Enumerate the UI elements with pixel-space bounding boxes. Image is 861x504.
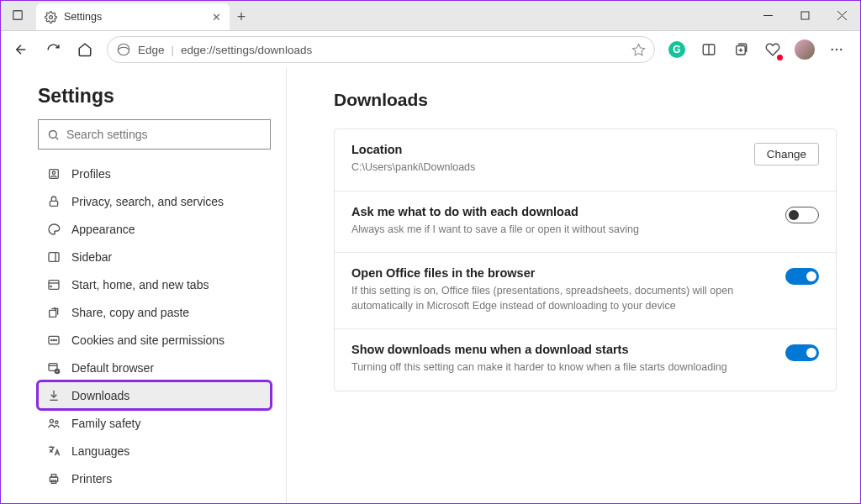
sidebar-item-label: Profiles <box>71 167 111 181</box>
sidebar-item-sidebar[interactable]: Sidebar <box>38 243 271 270</box>
titlebar: Settings ✕ + <box>1 1 860 31</box>
sidebar-item-family[interactable]: Family safety <box>38 409 271 437</box>
svg-rect-26 <box>50 310 56 317</box>
sidebar-item-privacy[interactable]: Privacy, search, and services <box>38 187 271 215</box>
sidebar-item-label: Family safety <box>71 417 140 430</box>
browser-check-icon <box>46 361 61 375</box>
grammarly-extension-icon[interactable]: G <box>662 34 692 65</box>
svg-point-6 <box>118 44 129 55</box>
office-title: Open Office files in the browser <box>351 266 772 280</box>
tab-actions-icon[interactable] <box>1 0 34 30</box>
svg-rect-3 <box>801 12 809 19</box>
location-path: C:\Users\panki\Downloads <box>351 160 741 176</box>
favorite-icon[interactable] <box>631 43 646 57</box>
profile-icon <box>46 167 61 181</box>
svg-point-29 <box>53 339 54 340</box>
minimize-button[interactable] <box>749 0 786 30</box>
showmenu-title: Show downloads menu when a download star… <box>351 343 772 356</box>
sidebar-item-share[interactable]: Share, copy and paste <box>38 298 271 326</box>
svg-point-1 <box>50 15 53 18</box>
settings-sidebar: Settings Profiles Privacy, search, and s… <box>1 68 287 503</box>
settings-nav: Profiles Privacy, search, and services A… <box>38 160 271 492</box>
new-tab-button[interactable]: + <box>230 3 253 30</box>
sidebar-item-label: Start, home, and new tabs <box>71 278 209 291</box>
svg-point-25 <box>50 286 51 286</box>
sidebar-item-start[interactable]: Start, home, and new tabs <box>38 270 271 298</box>
browser-essentials-icon[interactable] <box>758 34 788 65</box>
svg-point-14 <box>836 49 837 50</box>
sidebar-item-label: Privacy, search, and services <box>71 195 224 208</box>
close-window-button[interactable] <box>823 0 860 30</box>
address-bar[interactable]: Edge | edge://settings/downloads <box>107 36 655 63</box>
downloads-settings-card: Location C:\Users\panki\Downloads Change… <box>334 129 837 391</box>
location-title: Location <box>351 143 741 156</box>
browser-toolbar: Edge | edge://settings/downloads G <box>1 31 860 68</box>
svg-point-13 <box>832 49 833 50</box>
language-icon <box>46 444 61 458</box>
content-area: Settings Profiles Privacy, search, and s… <box>1 68 860 503</box>
open-office-row: Open Office files in the browser If this… <box>335 253 836 329</box>
svg-point-36 <box>55 421 58 423</box>
sidebar-icon <box>46 250 61 264</box>
search-settings-box[interactable] <box>38 119 271 150</box>
sidebar-item-label: Sidebar <box>71 250 112 264</box>
sidebar-item-label: Appearance <box>71 223 135 236</box>
profile-avatar[interactable] <box>790 34 820 65</box>
sidebar-item-printers[interactable]: Printers <box>38 465 271 492</box>
sidebar-item-label: Default browser <box>71 361 154 375</box>
svg-point-16 <box>50 130 57 138</box>
ask-desc: Always ask me if I want to save a file o… <box>351 223 772 238</box>
ask-title: Ask me what to do with each download <box>351 205 772 218</box>
svg-rect-20 <box>50 201 57 206</box>
sidebar-item-cookies[interactable]: Cookies and site permissions <box>38 326 271 354</box>
svg-point-15 <box>840 49 842 50</box>
sidebar-item-label: Downloads <box>71 389 129 402</box>
search-icon <box>47 129 60 141</box>
close-tab-icon[interactable]: ✕ <box>212 11 221 24</box>
ask-toggle[interactable] <box>785 207 819 223</box>
edge-logo-icon <box>116 42 131 57</box>
browser-tab[interactable]: Settings ✕ <box>36 3 230 30</box>
back-button[interactable] <box>6 34 36 65</box>
svg-line-17 <box>55 137 58 139</box>
svg-rect-23 <box>49 280 59 289</box>
sidebar-item-languages[interactable]: Languages <box>38 437 271 465</box>
address-separator: | <box>172 44 175 56</box>
svg-point-19 <box>52 171 55 174</box>
family-icon <box>46 417 61 430</box>
svg-point-35 <box>50 419 53 423</box>
svg-rect-21 <box>49 252 59 261</box>
paint-icon <box>46 223 61 236</box>
settings-heading: Settings <box>38 85 271 108</box>
svg-rect-0 <box>13 11 23 20</box>
split-screen-icon[interactable] <box>694 34 724 65</box>
refresh-button[interactable] <box>38 34 68 65</box>
printer-icon <box>46 472 61 486</box>
page-title: Downloads <box>334 90 837 110</box>
search-input[interactable] <box>66 128 261 141</box>
sidebar-item-downloads[interactable]: Downloads <box>38 381 271 409</box>
location-row: Location C:\Users\panki\Downloads Change <box>335 129 836 192</box>
svg-point-30 <box>55 339 56 340</box>
ask-each-download-row: Ask me what to do with each download Alw… <box>335 192 836 254</box>
more-menu-icon[interactable] <box>821 34 852 65</box>
address-url: edge://settings/downloads <box>181 44 625 56</box>
tab-title: Settings <box>64 11 205 23</box>
window-icon <box>46 278 61 291</box>
gear-icon <box>45 11 57 24</box>
sidebar-item-appearance[interactable]: Appearance <box>38 215 271 243</box>
home-button[interactable] <box>70 34 100 65</box>
collections-icon[interactable] <box>726 34 756 65</box>
showmenu-toggle[interactable] <box>785 344 819 361</box>
permissions-icon <box>46 333 61 347</box>
sidebar-item-label: Languages <box>71 444 129 458</box>
address-prefix: Edge <box>138 44 165 56</box>
change-location-button[interactable]: Change <box>754 143 819 165</box>
show-downloads-menu-row: Show downloads menu when a download star… <box>335 329 836 391</box>
maximize-button[interactable] <box>786 0 823 30</box>
sidebar-item-profiles[interactable]: Profiles <box>38 160 271 187</box>
sidebar-item-default-browser[interactable]: Default browser <box>38 354 271 381</box>
settings-main: Downloads Location C:\Users\panki\Downlo… <box>287 68 860 503</box>
svg-rect-38 <box>51 474 55 476</box>
office-toggle[interactable] <box>785 268 819 285</box>
